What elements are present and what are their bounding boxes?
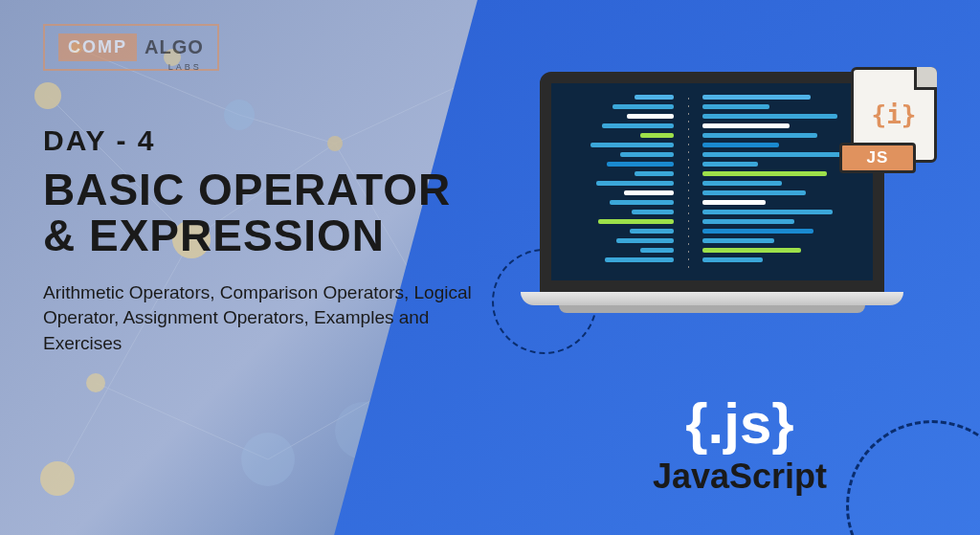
brand-logo: COMP ALGO LABS bbox=[43, 24, 219, 71]
logo-sub-labs: LABS bbox=[168, 62, 202, 72]
file-fold-corner bbox=[914, 67, 937, 90]
js-brace-text: {.js} bbox=[653, 395, 827, 453]
day-label: DAY - 4 bbox=[43, 124, 483, 157]
js-name-text: JavaScript bbox=[653, 457, 827, 497]
svg-line-3 bbox=[96, 383, 268, 459]
logo-part-comp: COMP bbox=[58, 33, 137, 61]
javascript-logo: {.js} JavaScript bbox=[653, 395, 827, 497]
laptop-screen bbox=[540, 72, 884, 292]
topics-description: Arithmetic Operators, Comparison Operato… bbox=[43, 280, 483, 357]
svg-point-14 bbox=[86, 373, 105, 392]
js-file-icon: {i} JS bbox=[851, 67, 937, 177]
code-column-left bbox=[563, 95, 674, 269]
laptop-illustration bbox=[521, 72, 903, 305]
text-content: DAY - 4 BASIC OPERATOR & EXPRESSION Arit… bbox=[43, 124, 483, 356]
logo-part-algo: ALGO bbox=[145, 36, 204, 58]
main-title: BASIC OPERATOR & EXPRESSION bbox=[43, 167, 483, 259]
svg-point-10 bbox=[34, 82, 61, 109]
code-column-right bbox=[702, 95, 861, 269]
js-badge: JS bbox=[839, 143, 916, 173]
course-banner: COMP ALGO LABS DAY - 4 BASIC OPERATOR & … bbox=[0, 0, 980, 535]
laptop-base bbox=[521, 292, 903, 305]
svg-point-17 bbox=[40, 461, 75, 496]
code-divider bbox=[687, 95, 689, 269]
svg-point-15 bbox=[241, 433, 295, 486]
file-code-braces: {i} bbox=[872, 100, 917, 129]
